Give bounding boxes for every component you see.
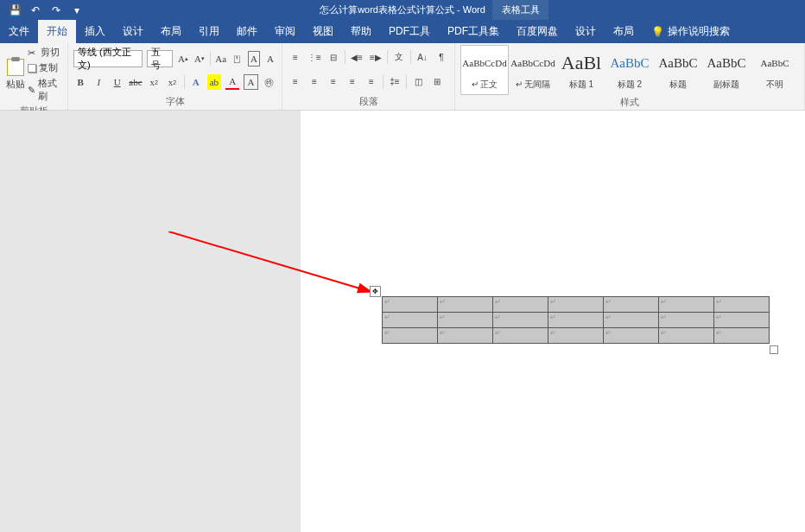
table-cell[interactable] — [548, 297, 604, 313]
style-item[interactable]: AaBl标题 1 — [557, 45, 605, 95]
tab-table-design[interactable]: 设计 — [567, 20, 605, 43]
save-icon[interactable]: 💾 — [9, 4, 21, 16]
table-move-handle[interactable]: ✥ — [370, 286, 381, 297]
tab-home[interactable]: 开始 — [38, 20, 76, 43]
table-cell[interactable] — [383, 313, 438, 328]
borders-button[interactable]: ⊞ — [429, 74, 445, 90]
sort-button[interactable]: A↓ — [415, 49, 430, 65]
numbering-button[interactable]: ⋮≡ — [307, 49, 322, 65]
undo-icon[interactable]: ↶ — [29, 4, 41, 16]
table-cell[interactable] — [383, 328, 438, 344]
clear-formatting-button[interactable]: A — [264, 51, 276, 66]
bold-button[interactable]: B — [73, 74, 87, 90]
table-cell[interactable] — [548, 328, 604, 344]
tab-help[interactable]: 帮助 — [342, 20, 380, 43]
table-cell[interactable] — [438, 328, 493, 344]
scissors-icon — [28, 48, 38, 58]
tab-insert[interactable]: 插入 — [76, 20, 114, 43]
copy-icon — [28, 64, 36, 73]
table-cell[interactable] — [383, 297, 438, 313]
show-marks-button[interactable]: ¶ — [434, 49, 449, 65]
tab-pdf-suite[interactable]: PDF工具集 — [439, 20, 508, 43]
superscript-button[interactable]: x2 — [165, 74, 179, 90]
distributed-button[interactable]: ≡ — [364, 74, 379, 90]
character-border-button[interactable]: A — [248, 51, 260, 66]
tab-baidu[interactable]: 百度网盘 — [508, 20, 567, 43]
underline-button[interactable]: U — [111, 74, 124, 90]
table-cell[interactable] — [659, 297, 714, 313]
redo-icon[interactable]: ↷ — [50, 4, 62, 16]
line-spacing-button[interactable]: ‡≡ — [387, 74, 402, 90]
tab-mailings[interactable]: 邮件 — [228, 20, 266, 43]
inserted-table[interactable]: ✥ — [382, 296, 770, 344]
separator — [345, 50, 345, 64]
table-cell[interactable] — [493, 297, 548, 313]
table-cell[interactable] — [659, 328, 714, 344]
character-shading-button[interactable]: A — [244, 74, 257, 90]
table-cell[interactable] — [714, 297, 770, 313]
align-left-button[interactable]: ≡ — [288, 74, 303, 90]
tab-review[interactable]: 审阅 — [266, 20, 304, 43]
paste-button[interactable]: 粘贴 — [5, 45, 26, 104]
table-cell[interactable] — [438, 297, 493, 313]
style-item[interactable]: AaBbCcDd↵ 无间隔 — [509, 45, 557, 95]
style-item[interactable]: AaBbC副标题 — [702, 45, 751, 95]
increase-indent-button[interactable]: ≡▶ — [368, 49, 383, 65]
separator — [387, 50, 388, 64]
style-preview: AaBbCcDd — [510, 49, 555, 77]
multilevel-list-button[interactable]: ⊟ — [326, 49, 341, 65]
phonetic-guide-button[interactable]: ⍞ — [231, 51, 244, 66]
table-row[interactable] — [383, 328, 770, 344]
table-cell[interactable] — [493, 328, 548, 344]
cut-button[interactable]: 剪切 — [26, 45, 62, 60]
table-cell[interactable] — [604, 313, 659, 328]
table-cell[interactable] — [714, 313, 770, 328]
strikethrough-button[interactable]: abc — [129, 74, 143, 90]
format-painter-button[interactable]: 格式刷 — [26, 76, 62, 104]
table-cell[interactable] — [548, 313, 604, 328]
highlight-button[interactable]: ab — [207, 74, 221, 90]
font-name-select[interactable]: 等线 (西文正文) — [73, 50, 143, 67]
justify-button[interactable]: ≡ — [345, 74, 360, 90]
table-resize-handle[interactable] — [770, 345, 778, 354]
font-size-select[interactable]: 五号 — [147, 50, 173, 67]
enclose-characters-button[interactable]: ㊕ — [263, 74, 276, 90]
grow-font-button[interactable]: A▴ — [177, 51, 189, 66]
shading-button[interactable]: ◫ — [410, 74, 426, 90]
table-cell[interactable] — [714, 328, 770, 344]
shrink-font-button[interactable]: A▾ — [193, 51, 206, 66]
table-cell[interactable] — [493, 313, 548, 328]
style-item[interactable]: AaBbC不明 — [751, 45, 799, 95]
copy-button[interactable]: 复制 — [26, 60, 62, 75]
subscript-button[interactable]: x2 — [147, 74, 161, 90]
tab-pdf-tool[interactable]: PDF工具 — [380, 20, 439, 43]
table-cell[interactable] — [604, 297, 659, 313]
align-right-button[interactable]: ≡ — [326, 74, 341, 90]
word-table[interactable] — [382, 296, 770, 344]
bullets-button[interactable]: ≡ — [288, 49, 303, 65]
table-cell[interactable] — [659, 313, 714, 328]
tab-file[interactable]: 文件 — [0, 20, 38, 43]
table-cell[interactable] — [438, 313, 493, 328]
text-effects-button[interactable]: A — [189, 74, 203, 90]
tab-view[interactable]: 视图 — [304, 20, 342, 43]
decrease-indent-button[interactable]: ◀≡ — [349, 49, 364, 65]
style-item[interactable]: AaBbC标题 — [654, 45, 702, 95]
italic-button[interactable]: I — [92, 74, 105, 90]
style-item[interactable]: AaBbCcDd↵ 正文 — [460, 45, 509, 95]
tab-table-layout[interactable]: 布局 — [605, 20, 643, 43]
tab-design[interactable]: 设计 — [114, 20, 152, 43]
style-preview: AaBbC — [761, 49, 789, 77]
font-color-button[interactable]: A — [225, 74, 239, 90]
style-item[interactable]: AaBbC标题 2 — [605, 45, 654, 95]
table-cell[interactable] — [604, 328, 659, 344]
align-center-button[interactable]: ≡ — [307, 74, 322, 90]
qat-more-icon[interactable]: ▾ — [71, 4, 83, 16]
tab-references[interactable]: 引用 — [190, 20, 228, 43]
change-case-button[interactable]: Aa — [215, 51, 227, 66]
tell-me-search[interactable]: 💡 操作说明搜索 — [643, 20, 738, 43]
tab-layout[interactable]: 布局 — [152, 20, 190, 43]
table-row[interactable] — [383, 297, 770, 313]
table-row[interactable] — [383, 313, 770, 328]
asian-layout-button[interactable]: 文 — [391, 49, 407, 65]
